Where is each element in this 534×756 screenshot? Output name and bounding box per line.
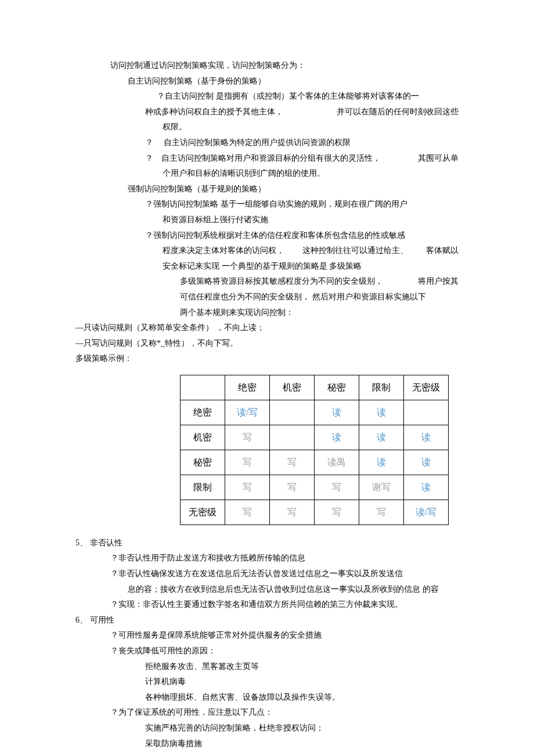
text-line: ？为了保证系统的可用性，应注意以下几点： (110, 705, 459, 721)
text-seg: 客体赋以 (426, 243, 459, 259)
table-cell: 读 (359, 400, 404, 425)
text-line: 实施严格完善的访问控制策略，杜绝非授权访问； (145, 721, 459, 736)
text-line: —只读访问规则（又称简单安全条件） ，不向上读； (75, 320, 459, 336)
table-cell: 写 (270, 475, 315, 500)
text-line: 息的容；接收方在收到信息后也无法否认曾收到过信息这一事实以及所收到的信息 的容 (128, 582, 459, 598)
table-cell: 谢写 (359, 475, 404, 500)
text-line: 和资源目标组上强行付诸实施 (163, 212, 459, 228)
text-seg: 将用户按其 (418, 274, 459, 290)
text-line: ？ 自主访问控制策略为特定的用户提供访问资源的权限 (145, 135, 459, 151)
section-heading: 5、 非否认性 (75, 536, 459, 551)
text-seg: 并可以在随后的任何时刻收回这些 (337, 104, 459, 120)
text-line: ？可用性服务是保障系统能够正常对外提供服务的安全措施 (110, 628, 459, 643)
table-cell: 读 (315, 400, 359, 425)
table-row: 绝密 读/写 读 读 (181, 400, 449, 425)
table-cell: 绝密 (225, 375, 270, 400)
table-cell: 读/写 (225, 400, 270, 425)
text-line: 采取防病毒措施 (145, 736, 459, 752)
text-seg: 自主访问控制策略为特定的用户提供访问资源的权限 (164, 138, 351, 147)
text-seg: ？ (145, 138, 153, 147)
text-line: ？强制访问控制策略 基于一组能够自动实施的规则，规则在很广阔的用户 (145, 197, 459, 212)
table-row: 机密 写 读 读 读 (181, 425, 449, 450)
table-cell: 写 (270, 450, 315, 475)
table-cell: 读 (404, 450, 449, 475)
table-cell: 无密级 (181, 500, 225, 525)
table-cell (181, 375, 225, 400)
text-line: 两个基本规则来实现访问控制： (180, 305, 459, 321)
text-seg: 其围可从单 (418, 151, 459, 167)
text-seg: 多级策略将资源目标按其敏感程度分为不同的安全级别， (180, 274, 383, 290)
table-cell: 读/写 (404, 500, 449, 525)
table-cell: 机密 (181, 425, 225, 450)
table-cell: 写 (315, 500, 359, 525)
table-cell: 写 (225, 450, 270, 475)
table-cell: 写 (359, 500, 404, 525)
text-line: 多级策略将资源目标按其敏感程度分为不同的安全级别， 将用户按其 (180, 274, 459, 290)
text-line: ？非否认性确保发送方在发送信息后无法否认曾发送过信息之一事实以及所发送信 (110, 566, 459, 582)
table-cell: 读 (359, 450, 404, 475)
table-cell: 秘密 (181, 450, 225, 475)
text-seg: 程度来决定主体对客体的访问权， (163, 243, 284, 259)
text-line: ？非否认性用于防止发送方和接收方抵赖所传输的信息 (110, 551, 459, 566)
text-seg: ？ 自主访问控制策略对用户和资源目标的分组有很大的灵活性， (145, 151, 381, 167)
table-row: 无密级 写 写 写 写 读/写 (181, 500, 449, 525)
table-row: 限制 写 写 写 谢写 读 (181, 475, 449, 500)
text-seg: 自主访问控制策略对用户和资源目标的分组有很大的灵活性， (161, 154, 381, 162)
text-line: 拒绝服务攻击、黑客篡改主页等 (145, 659, 459, 675)
table-cell (270, 400, 315, 425)
table-row: 绝密 机密 秘密 限制 无密级 (181, 375, 449, 400)
text-line: ？实现：非否认性主要通过数字签名和通信双方所共同信赖的第三方仲裁来实现。 (110, 597, 459, 613)
table-cell: 写 (270, 500, 315, 525)
table-cell: 读 (404, 425, 449, 450)
table-cell: 限制 (181, 475, 225, 500)
table-cell: 读 (315, 425, 359, 450)
text-seg: 这种控制往往可以通过给主、 (302, 243, 408, 259)
text-line: 种或多种访问权自主的授予其他主体， 并可以在随后的任何时刻收回这些 (145, 104, 459, 120)
table-cell: 机密 (270, 375, 315, 400)
text-line: 访问控制通过访问控制策略实现，访问控制策略分为： (110, 58, 459, 74)
table-cell: 写 (225, 475, 270, 500)
table-cell: 绝密 (181, 400, 225, 425)
text-seg: ？ (145, 154, 153, 162)
text-seg: 种或多种访问权自主的授予其他主体， (145, 104, 283, 120)
document-body: 访问控制通过访问控制策略实现，访问控制策略分为： 自主访问控制策略（基于身份的策… (75, 58, 459, 751)
text-line: 各种物理损坏、自然灾害、设备故障以及操作失误等。 (145, 690, 459, 706)
table-cell: 读 (404, 475, 449, 500)
text-line: 可信任程度也分为不同的安全级别， 然后对用户和资源目标实施以下 (180, 290, 459, 305)
table-cell: 写 (315, 475, 359, 500)
table-cell: 秘密 (315, 375, 359, 400)
text-line: 自主访问控制策略（基于身份的策略） (128, 74, 459, 89)
table-cell: 无密级 (404, 375, 449, 400)
text-line: 权限。 (163, 120, 459, 135)
table-cell (270, 425, 315, 450)
text-line: 个用户和目标的清晰识别到广阔的组的使用。 (163, 166, 459, 182)
table-cell (404, 400, 449, 425)
text-line: ？自主访问控制 是指拥有（或控制）某个客体的主体能够将对该客体的一 (157, 89, 459, 104)
table-cell: 读禺 (315, 450, 359, 475)
table-cell: 限制 (359, 375, 404, 400)
table-cell: 写 (225, 500, 270, 525)
section-heading: 6、 可用性 (75, 613, 459, 628)
text-line: ？丧失或降低可用性的原因： (110, 643, 459, 659)
table-cell: 读 (359, 425, 404, 450)
table-cell: 写 (225, 425, 270, 450)
text-line: —只写访问规则（又称*_特性），不向下写。 (75, 336, 459, 352)
text-line: 计算机病毒 (145, 674, 459, 690)
text-line: 程度来决定主体对客体的访问权， 这种控制往往可以通过给主、 客体赋以 (163, 243, 459, 259)
policy-table: 绝密 机密 秘密 限制 无密级 绝密 读/写 读 读 机密 写 读 读 读 秘密… (180, 375, 449, 525)
text-line: 多级策略示例： (75, 351, 459, 367)
text-line: ？ 自主访问控制策略对用户和资源目标的分组有很大的灵活性， 其围可从单 (145, 151, 459, 167)
table-row: 秘密 写 写 读禺 读 读 (181, 450, 449, 475)
text-line: 强制访问控制策略（基于规则的策略） (128, 182, 459, 197)
text-line: ？强制访问控制系统根据对主体的信任程度和客体所包含信息的性或敏感 (145, 228, 459, 244)
text-line: 安全标记来实现 一个典型的基于规则的策略是 多级策略 (163, 259, 459, 274)
